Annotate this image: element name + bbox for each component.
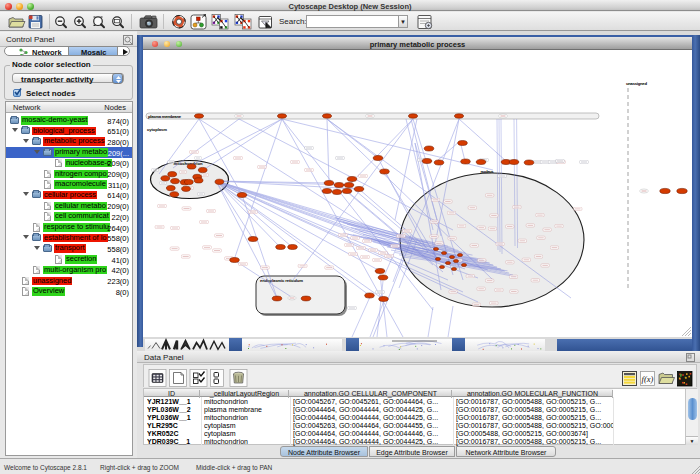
svg-text:unassigned: unassigned [626, 81, 647, 86]
svg-text:cytoplasm: cytoplasm [147, 127, 167, 132]
svg-text:plasma membrane: plasma membrane [148, 114, 182, 119]
svg-text:endoplasmic reticulum: endoplasmic reticulum [260, 278, 303, 283]
svg-text:f(x): f(x) [642, 374, 654, 384]
